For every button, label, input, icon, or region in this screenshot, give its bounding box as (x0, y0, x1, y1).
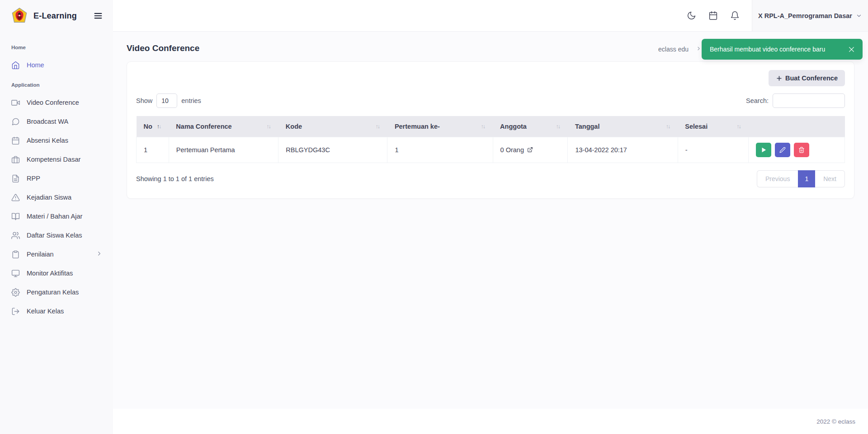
buat-conference-button[interactable]: Buat Conference (769, 70, 845, 86)
class-selector-label: X RPL-A_Pemrograman Dasar (758, 12, 852, 19)
site-footer: 2022 © eclass (113, 409, 868, 434)
main-area: X RPL-A_Pemrograman Dasar Video Conferen… (113, 0, 868, 434)
page-title: Video Conference (127, 43, 199, 53)
pagination-previous-button[interactable]: Previous (757, 170, 798, 187)
pagination-page-1[interactable]: 1 (798, 170, 815, 187)
sidebar-item-penilaian[interactable]: Penilaian (0, 245, 113, 264)
sidebar-item-home[interactable]: Home (0, 56, 113, 75)
plus-icon (776, 75, 783, 82)
topbar-icons (675, 11, 752, 20)
sort-icon: ↑↓ (666, 123, 671, 130)
calendar-icon[interactable] (708, 11, 718, 20)
nav-section-home: Home (0, 39, 113, 56)
sidebar-item-label: RPP (27, 175, 40, 182)
sidebar-item-rpp[interactable]: RPP (0, 169, 113, 188)
column-header-tanggal[interactable]: Tanggal↑↓ (568, 116, 678, 137)
moon-icon[interactable] (687, 11, 696, 20)
chevron-down-icon (856, 13, 862, 19)
class-selector-dropdown[interactable]: X RPL-A_Pemrograman Dasar (752, 0, 868, 31)
monitor-icon (11, 269, 20, 278)
cell-kode: RBLGYDG43C (278, 137, 387, 163)
delete-conference-button[interactable] (794, 143, 809, 157)
hamburger-icon (93, 11, 103, 21)
column-header-nama-conference[interactable]: Nama Conference↑↓ (169, 116, 278, 137)
breadcrumb: eclass edu (658, 43, 702, 53)
breadcrumb-link[interactable]: eclass edu (658, 46, 689, 53)
sidebar-item-video-conference[interactable]: Video Conference (0, 93, 113, 112)
trash-icon (798, 147, 805, 153)
page-size-group: Show 10 entries (136, 93, 201, 108)
sidebar-item-keluar-kelas[interactable]: Keluar Kelas (0, 302, 113, 321)
sidebar-item-label: Kejadian Siswa (27, 194, 71, 201)
clipboard-icon (11, 250, 20, 259)
cell-nama-conference: Pertemuan Pertama (169, 137, 278, 163)
sort-icon: ↑↓ (157, 123, 162, 130)
search-group: Search: (746, 93, 845, 108)
nav-section-application: Application (0, 77, 113, 93)
sort-icon: ↑↓ (375, 123, 380, 130)
pagination-next-button[interactable]: Next (815, 170, 845, 187)
logout-icon (11, 307, 20, 316)
sidebar-item-daftar-siswa-kelas[interactable]: Daftar Siswa Kelas (0, 226, 113, 245)
column-header-selesai[interactable]: Selesai↑↓ (678, 116, 748, 137)
cell-anggota: 0 Orang (493, 137, 568, 163)
sidebar-item-label: Video Conference (27, 99, 79, 106)
sidebar-toggle-button[interactable] (93, 11, 103, 21)
conference-table: No↑↓ Nama Conference↑↓ Kode↑↓ Pertemuan … (136, 116, 845, 163)
users-icon (11, 231, 20, 240)
sort-icon: ↑↓ (556, 123, 561, 130)
content: Video Conference eclass edu Buat Confere… (113, 32, 868, 409)
buat-conference-label: Buat Conference (785, 75, 838, 82)
search-label: Search: (746, 97, 769, 104)
anggota-link[interactable]: 0 Orang (500, 146, 533, 154)
sidebar-item-label: Materi / Bahan Ajar (27, 213, 82, 220)
play-icon (760, 147, 767, 153)
sidebar-item-label: Penilaian (27, 251, 54, 258)
open-book-icon (11, 212, 20, 221)
chevron-right-icon (696, 46, 702, 53)
bell-icon[interactable] (730, 11, 740, 20)
warning-triangle-icon (11, 193, 20, 202)
page-size-select[interactable]: 10 (156, 93, 177, 108)
sidebar-item-kompetensi-dasar[interactable]: Kompetensi Dasar (0, 150, 113, 169)
sort-icon: ↑↓ (481, 123, 486, 130)
document-icon (11, 174, 20, 183)
sidebar-item-broadcast-wa[interactable]: Broadcast WA (0, 112, 113, 131)
app-root: E-Learning Home Home Application Video C… (0, 0, 868, 434)
table-footer: Showing 1 to 1 of 1 entries Previous 1 N… (136, 170, 845, 187)
edit-conference-button[interactable] (775, 143, 790, 157)
cell-selesai: - (678, 137, 748, 163)
sidebar: E-Learning Home Home Application Video C… (0, 0, 113, 434)
sidebar-item-label: Kompetensi Dasar (27, 156, 80, 163)
column-header-no[interactable]: No↑↓ (137, 116, 169, 137)
sidebar-item-pengaturan-kelas[interactable]: Pengaturan Kelas (0, 283, 113, 302)
sidebar-item-label: Absensi Kelas (27, 137, 68, 144)
table-row: 1 Pertemuan Pertama RBLGYDG43C 1 0 Orang… (137, 137, 845, 163)
chevron-right-icon (96, 250, 103, 258)
column-header-anggota[interactable]: Anggota↑↓ (493, 116, 568, 137)
table-header-row: No↑↓ Nama Conference↑↓ Kode↑↓ Pertemuan … (137, 116, 845, 137)
sidebar-item-monitor-aktifitas[interactable]: Monitor Aktifitas (0, 264, 113, 283)
table-controls: Show 10 entries Search: (136, 93, 845, 108)
video-conference-card: Buat Conference Show 10 entries Search: (127, 61, 854, 199)
gear-icon (11, 288, 20, 297)
column-header-kode[interactable]: Kode↑↓ (278, 116, 387, 137)
toast-message: Berhasil membuat video conference baru (710, 46, 825, 53)
calendar-icon (11, 136, 20, 145)
entries-label: entries (181, 97, 201, 104)
sidebar-item-materi-bahan-ajar[interactable]: Materi / Bahan Ajar (0, 207, 113, 226)
column-header-pertemuan-ke[interactable]: Pertemuan ke-↑↓ (387, 116, 493, 137)
brand: E-Learning (0, 0, 113, 32)
app-title: E-Learning (33, 11, 77, 21)
pencil-icon (779, 147, 786, 153)
search-input[interactable] (773, 93, 845, 108)
sidebar-item-absensi-kelas[interactable]: Absensi Kelas (0, 131, 113, 150)
close-icon[interactable] (847, 45, 856, 54)
start-conference-button[interactable] (756, 143, 771, 157)
pagination: Previous 1 Next (757, 170, 845, 187)
success-toast: Berhasil membuat video conference baru (702, 39, 863, 60)
column-header-actions (749, 116, 845, 137)
sidebar-item-kejadian-siswa[interactable]: Kejadian Siswa (0, 188, 113, 207)
home-icon (11, 61, 20, 70)
video-camera-icon (11, 98, 20, 107)
